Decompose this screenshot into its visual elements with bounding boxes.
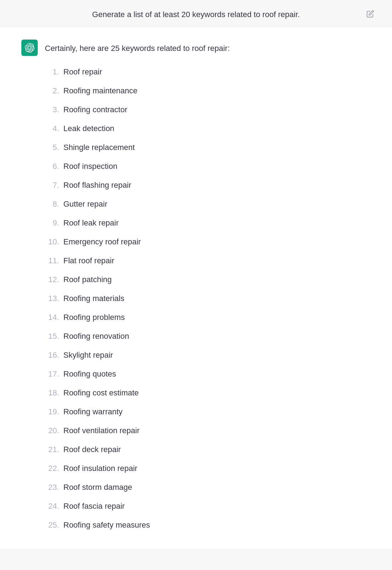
list-item: 22.Roof insulation repair bbox=[45, 459, 371, 478]
edit-button[interactable] bbox=[366, 10, 374, 19]
item-number: 15. bbox=[45, 330, 63, 342]
item-text: Roofing renovation bbox=[63, 330, 129, 342]
item-number: 20. bbox=[45, 425, 63, 436]
item-number: 5. bbox=[45, 141, 63, 153]
item-number: 4. bbox=[45, 123, 63, 134]
list-item: 10.Emergency roof repair bbox=[45, 232, 371, 251]
item-number: 10. bbox=[45, 236, 63, 248]
list-item: 9.Roof leak repair bbox=[45, 213, 371, 232]
list-item: 5.Shingle replacement bbox=[45, 138, 371, 157]
list-item: 1.Roof repair bbox=[45, 62, 371, 81]
item-text: Roofing problems bbox=[63, 311, 125, 323]
item-number: 14. bbox=[45, 311, 63, 323]
list-item: 2.Roofing maintenance bbox=[45, 81, 371, 100]
item-number: 18. bbox=[45, 387, 63, 399]
item-text: Emergency roof repair bbox=[63, 236, 141, 248]
keywords-list: 1.Roof repair2.Roofing maintenance3.Roof… bbox=[45, 62, 371, 534]
item-number: 24. bbox=[45, 500, 63, 512]
item-number: 23. bbox=[45, 481, 63, 493]
item-text: Roof insulation repair bbox=[63, 462, 137, 474]
item-number: 1. bbox=[45, 66, 63, 78]
item-text: Roofing maintenance bbox=[63, 85, 137, 97]
item-number: 19. bbox=[45, 406, 63, 418]
item-number: 6. bbox=[45, 160, 63, 172]
page-container: Generate a list of at least 20 keywords … bbox=[0, 0, 392, 549]
item-number: 13. bbox=[45, 292, 63, 304]
item-number: 8. bbox=[45, 198, 63, 210]
list-item: 13.Roofing materials bbox=[45, 289, 371, 308]
item-text: Shingle replacement bbox=[63, 141, 135, 153]
list-item: 23.Roof storm damage bbox=[45, 478, 371, 497]
item-number: 12. bbox=[45, 274, 63, 285]
item-text: Roof flashing repair bbox=[63, 179, 131, 191]
list-item: 7.Roof flashing repair bbox=[45, 176, 371, 195]
chatgpt-icon bbox=[21, 40, 38, 56]
list-item: 20.Roof ventilation repair bbox=[45, 421, 371, 440]
list-item: 24.Roof fascia repair bbox=[45, 497, 371, 515]
list-item: 16.Skylight repair bbox=[45, 346, 371, 364]
item-text: Flat roof repair bbox=[63, 255, 114, 266]
list-item: 3.Roofing contractor bbox=[45, 100, 371, 119]
item-text: Roof ventilation repair bbox=[63, 425, 140, 436]
list-item: 15.Roofing renovation bbox=[45, 327, 371, 346]
item-text: Roofing contractor bbox=[63, 104, 127, 115]
response-header: Certainly, here are 25 keywords related … bbox=[21, 40, 371, 56]
item-text: Roofing materials bbox=[63, 292, 124, 304]
list-item: 14.Roofing problems bbox=[45, 308, 371, 327]
prompt-bar: Generate a list of at least 20 keywords … bbox=[0, 0, 392, 26]
list-item: 17.Roofing quotes bbox=[45, 364, 371, 383]
item-text: Roof fascia repair bbox=[63, 500, 125, 512]
item-text: Roofing warranty bbox=[63, 406, 122, 418]
list-item: 8.Gutter repair bbox=[45, 195, 371, 213]
item-text: Roof repair bbox=[63, 66, 102, 78]
response-intro: Certainly, here are 25 keywords related … bbox=[45, 40, 230, 54]
prompt-text: Generate a list of at least 20 keywords … bbox=[92, 10, 300, 19]
item-number: 17. bbox=[45, 368, 63, 380]
list-item: 11.Flat roof repair bbox=[45, 251, 371, 270]
list-item: 6.Roof inspection bbox=[45, 157, 371, 176]
item-text: Roofing safety measures bbox=[63, 519, 150, 531]
item-number: 9. bbox=[45, 217, 63, 229]
item-text: Skylight repair bbox=[63, 349, 113, 361]
item-number: 2. bbox=[45, 85, 63, 97]
response-container: Certainly, here are 25 keywords related … bbox=[0, 27, 392, 549]
list-item: 18.Roofing cost estimate bbox=[45, 383, 371, 402]
list-item: 21.Roof deck repair bbox=[45, 440, 371, 459]
item-text: Roof storm damage bbox=[63, 481, 132, 493]
item-text: Leak detection bbox=[63, 123, 114, 134]
item-text: Roof patching bbox=[63, 274, 112, 285]
list-item: 19.Roofing warranty bbox=[45, 402, 371, 421]
item-number: 25. bbox=[45, 519, 63, 531]
item-text: Gutter repair bbox=[63, 198, 108, 210]
item-text: Roofing quotes bbox=[63, 368, 116, 380]
item-number: 16. bbox=[45, 349, 63, 361]
item-number: 11. bbox=[45, 255, 63, 266]
list-item: 4.Leak detection bbox=[45, 119, 371, 138]
item-text: Roofing cost estimate bbox=[63, 387, 139, 399]
item-text: Roof deck repair bbox=[63, 444, 121, 455]
list-item: 12.Roof patching bbox=[45, 270, 371, 289]
item-number: 21. bbox=[45, 444, 63, 455]
item-number: 22. bbox=[45, 462, 63, 474]
item-text: Roof inspection bbox=[63, 160, 117, 172]
list-item: 25.Roofing safety measures bbox=[45, 515, 371, 534]
item-number: 7. bbox=[45, 179, 63, 191]
item-text: Roof leak repair bbox=[63, 217, 119, 229]
item-number: 3. bbox=[45, 104, 63, 115]
